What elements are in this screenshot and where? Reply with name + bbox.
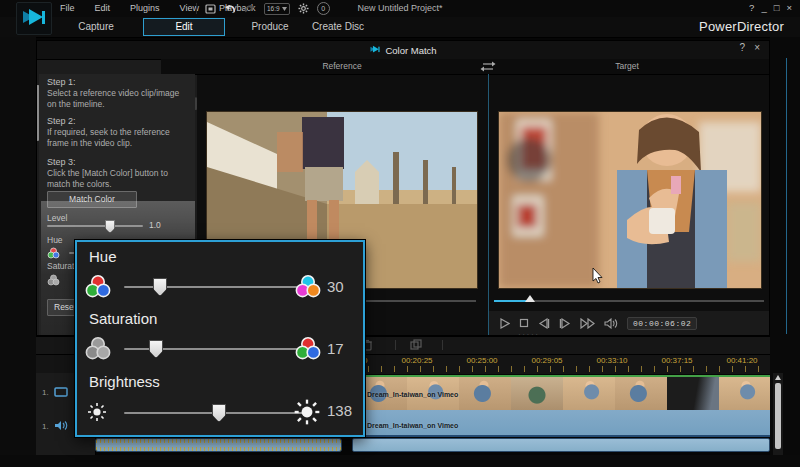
divider [196,3,197,14]
tab-produce[interactable]: Produce [232,17,308,36]
sun-large-icon [294,399,320,425]
stop-button[interactable] [519,318,529,328]
timeline-music-clip[interactable] [95,438,342,452]
scroll-up-arrow-icon[interactable] [775,375,781,380]
clip-thumbnail [719,377,770,410]
gray-circles-icon [85,336,111,362]
step-1-text: Select a reference video clip/image on t… [47,88,185,109]
panel-divider [488,74,489,335]
fast-forward-button[interactable] [580,318,595,329]
menu-edit[interactable]: Edit [93,0,113,17]
powerdirector-mini-icon [369,45,381,55]
aspect-ratio-dropdown[interactable]: 16:9 [264,3,290,15]
settings-gear-icon[interactable] [298,3,309,14]
popup-hue-label: Hue [89,248,117,265]
menu-file[interactable]: File [58,0,77,17]
gray-circles-icon [47,274,60,287]
step-2: Step 2: If required, seek to the referen… [47,116,185,148]
cmo-circles-icon [295,274,321,300]
popup-brightness-slider-thumb[interactable] [212,404,226,422]
window-controls: ? _ □ × [749,0,792,17]
popup-brightness-label: Brightness [89,373,160,390]
step-1: Step 1: Select a reference video clip/im… [47,77,185,109]
video-clip-name: Dream_In-taiwan_on Vimeo [367,391,458,398]
ruler-label: 00:37:15 [661,356,692,365]
play-button[interactable] [499,318,510,329]
audio-track-number: 1. [42,422,49,431]
target-video-preview [498,111,762,289]
close-button[interactable]: × [786,0,792,17]
dialog-help-button[interactable]: ? [739,42,745,53]
video-track-icon [54,387,68,397]
tab-capture[interactable]: Capture [58,17,134,36]
step-2-text: If required, seek to the reference frame… [47,127,185,148]
clip-thumbnail [563,377,615,410]
popup-brightness-value: 138 [327,402,352,419]
divider [442,340,443,350]
ruler-label: 00:20:25 [401,356,432,365]
level-value: 1.0 [149,220,161,230]
popup-saturation-label: Saturation [89,310,157,327]
popup-hue-slider[interactable] [124,286,310,288]
volume-button[interactable] [604,318,618,329]
undo-icon[interactable] [224,4,236,14]
app-help-button[interactable]: ? [749,0,754,17]
step-1-title: Step 1: [47,77,185,87]
bottom-margin [0,455,800,467]
ruler-label: 00:33:10 [596,356,627,365]
audio-track-icon [54,420,68,431]
minimize-button[interactable]: _ [761,0,766,17]
rgb-circles-icon [295,336,321,362]
ruler-label: 00:25:00 [466,356,497,365]
next-frame-button[interactable] [559,318,571,329]
clip-thumbnail [667,377,719,410]
capture-room-icon[interactable] [205,4,216,14]
target-panel-label: Target [492,59,762,74]
previous-frame-button[interactable] [538,318,550,329]
maximize-button[interactable]: □ [774,0,780,17]
magnified-sliders-popup: Hue 30 Saturation 17 Brightness [75,240,365,437]
popup-hue-value: 30 [327,278,344,295]
video-track-number: 1. [42,388,49,397]
dialog-resize-gripper[interactable]: ····· [509,331,549,338]
menu-plugins[interactable]: Plugins [128,0,162,17]
scrollbar-thumb[interactable] [775,383,781,449]
quick-toolbar: 16:9 0 [196,1,330,16]
step-2-title: Step 2: [47,116,185,126]
clip-thumbnail [615,377,667,410]
ruler-label: 00:29:05 [531,356,562,365]
powerdirector-logo-icon [16,2,52,35]
dialog-close-button[interactable]: × [754,42,760,53]
clip-thumbnail [459,377,511,410]
duplicate-icon[interactable] [410,339,422,351]
tab-create-disc[interactable]: Create Disc [300,17,376,36]
target-seekbar-thumb[interactable] [525,295,535,302]
sun-small-icon [87,402,107,422]
timeline-music-clip-2[interactable] [352,438,770,452]
hue-label: Hue [47,235,63,245]
popup-saturation-value: 17 [327,340,344,357]
clip-thumbnail [511,377,563,410]
popup-saturation-slider-thumb[interactable] [149,340,163,358]
swap-panels-icon[interactable] [480,60,496,73]
reference-panel-label: Reference [197,59,487,74]
level-slider[interactable] [47,225,143,227]
audio-clip-name: Dream_In-taiwan_on Vimeo [367,422,458,429]
level-label: Level [47,213,67,223]
timecode-display: 00:00:06:02 [627,317,697,330]
step-3-title: Step 3: [47,157,185,167]
ruler-label: 00:41:20 [726,356,757,365]
rgb-circles-icon [47,247,60,260]
chevron-down-icon [282,7,287,11]
popup-hue-slider-thumb[interactable] [153,278,167,296]
notification-badge[interactable]: 0 [317,2,330,15]
match-color-button[interactable]: Match Color [47,191,137,208]
redo-icon[interactable] [244,4,256,14]
step-3: Step 3: Click the [Match Color] button t… [47,157,185,189]
dialog-title: Color Match [37,41,769,59]
brand-wordmark: PowerDirector [699,19,784,34]
divider [395,340,396,350]
panel-edge-accent [786,58,787,334]
tab-edit[interactable]: Edit [143,18,225,36]
step-3-text: Click the [Match Color] button to match … [47,168,185,189]
